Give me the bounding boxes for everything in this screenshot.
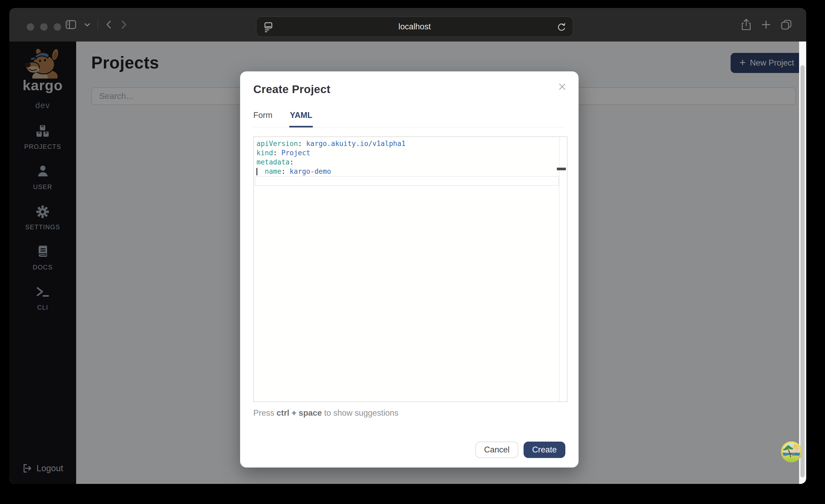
sidebar-toggle-icon[interactable] (65, 18, 77, 31)
editor-ruler-marker (557, 168, 566, 170)
chrome-separator (97, 19, 98, 30)
hint-suffix: to show suggestions (322, 408, 398, 418)
url-bar[interactable]: localhost (256, 16, 573, 37)
create-button[interactable]: Create (524, 442, 565, 458)
browser-chrome: localhost (9, 8, 806, 42)
cancel-button[interactable]: Cancel (475, 442, 518, 458)
yaml-editor[interactable]: apiVersion: kargo.akuity.io/v1alpha1kind… (253, 136, 568, 402)
editor-hint: Press ctrl + space to show suggestions (253, 408, 565, 418)
close-window-icon[interactable] (27, 23, 34, 31)
close-icon[interactable] (556, 81, 568, 92)
browser-window: localhost (9, 8, 806, 484)
tab-form[interactable]: Form (253, 111, 272, 127)
zoom-window-icon[interactable] (54, 23, 61, 31)
page-settings-icon[interactable] (264, 21, 274, 33)
yaml-code[interactable]: apiVersion: kargo.akuity.io/v1alpha1kind… (254, 137, 567, 176)
hint-shortcut: ctrl + space (277, 408, 322, 418)
hint-prefix: Press (253, 408, 277, 418)
page-body: kargo dev PROJECTS USER (9, 42, 806, 484)
url-text[interactable]: localhost (398, 22, 431, 31)
create-project-modal: Create Project Form YAML apiVersion: kar… (240, 71, 579, 467)
scrollbar-track[interactable] (799, 42, 806, 484)
modal-title: Create Project (253, 71, 565, 96)
desktop: localhost (0, 0, 825, 504)
tab-yaml[interactable]: YAML (290, 111, 312, 127)
share-icon[interactable] (740, 18, 752, 31)
chevron-down-icon[interactable] (84, 18, 91, 31)
traffic-lights (27, 23, 61, 31)
reload-icon[interactable] (556, 22, 567, 33)
editor-gutter-line (559, 137, 559, 402)
forward-icon[interactable] (120, 18, 128, 31)
active-line-highlight (255, 176, 559, 186)
tab-overview-icon[interactable] (780, 18, 793, 31)
new-tab-icon[interactable] (760, 19, 772, 30)
modal-tabs: Form YAML (253, 111, 565, 128)
back-icon[interactable] (105, 18, 113, 31)
island-widget-button[interactable] (780, 441, 802, 463)
minimize-window-icon[interactable] (40, 23, 48, 31)
chrome-nav (65, 18, 128, 31)
island-icon (780, 441, 802, 463)
scrollbar-thumb[interactable] (801, 65, 805, 477)
modal-actions: Cancel Create (475, 442, 565, 458)
chrome-actions (740, 18, 793, 31)
